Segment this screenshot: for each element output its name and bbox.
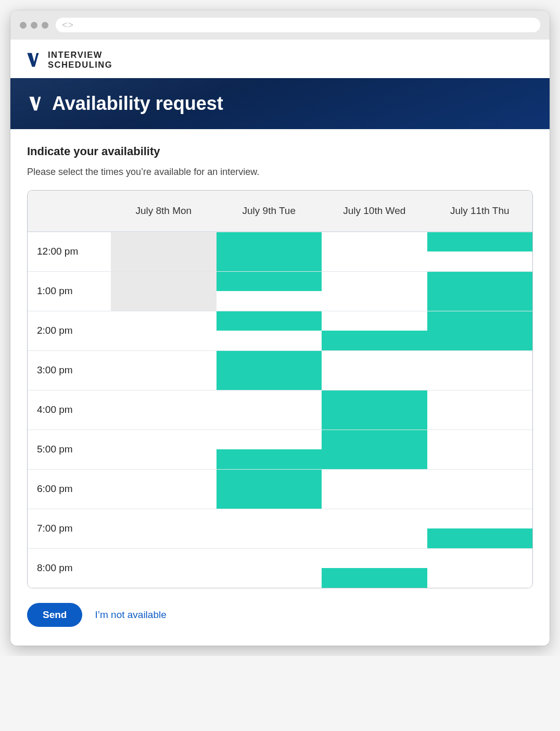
slot-half[interactable] — [217, 331, 322, 350]
slot-half[interactable] — [217, 390, 322, 410]
slot-half[interactable] — [427, 489, 533, 509]
hero-banner: Availability request — [10, 78, 550, 129]
slot-half[interactable] — [217, 311, 322, 331]
slot-half[interactable] — [322, 449, 427, 469]
app-title: INTERVIEW SCHEDULING — [48, 50, 112, 70]
slot-half[interactable] — [427, 509, 533, 529]
slot-half[interactable] — [111, 489, 217, 509]
slot-half[interactable] — [322, 489, 427, 509]
slot-half[interactable] — [322, 509, 427, 529]
slot-cell — [322, 430, 427, 469]
time-label: 4:00 pm — [28, 390, 111, 430]
slot-half[interactable] — [217, 449, 322, 469]
slot-half[interactable] — [322, 390, 427, 410]
slot-half[interactable] — [111, 311, 217, 331]
slot-cell — [427, 350, 533, 390]
slot-half[interactable] — [111, 549, 217, 569]
slot-half[interactable] — [217, 351, 322, 371]
day-header: July 10th Wed — [322, 191, 427, 232]
slot-half[interactable] — [322, 430, 427, 450]
slot-half[interactable] — [427, 549, 533, 569]
slot-half[interactable] — [217, 568, 322, 588]
slot-half[interactable] — [427, 311, 533, 331]
slot-half[interactable] — [322, 549, 427, 569]
slot-half[interactable] — [322, 351, 427, 371]
slot-half[interactable] — [217, 549, 322, 569]
slot-half[interactable] — [111, 430, 217, 450]
slot-half[interactable] — [322, 291, 427, 311]
slot-half[interactable] — [322, 568, 427, 588]
slot-half[interactable] — [322, 331, 427, 350]
slot-half[interactable] — [111, 470, 217, 489]
slot-half[interactable] — [322, 232, 427, 252]
slot-half[interactable] — [427, 291, 533, 311]
slot-half[interactable] — [427, 331, 533, 350]
slot-half[interactable] — [322, 470, 427, 489]
slot-half[interactable] — [217, 509, 322, 529]
slot-half[interactable] — [217, 470, 322, 489]
slot-half[interactable] — [427, 568, 533, 588]
slot-half[interactable] — [111, 449, 217, 469]
slot-half[interactable] — [427, 232, 533, 252]
slot-cell — [217, 509, 322, 548]
time-label: 2:00 pm — [28, 311, 111, 350]
slot-half[interactable] — [427, 430, 533, 450]
slot-cell — [322, 271, 427, 311]
app-title-line: SCHEDULING — [48, 60, 112, 70]
slot-half[interactable] — [217, 370, 322, 390]
action-bar: Send I’m not available — [27, 603, 533, 627]
slot-cell — [217, 350, 322, 390]
slot-half[interactable] — [427, 390, 533, 410]
slot-half[interactable] — [217, 430, 322, 450]
slot-half[interactable] — [322, 528, 427, 548]
time-label: 8:00 pm — [28, 548, 111, 588]
slot-half[interactable] — [217, 528, 322, 548]
slot-half[interactable] — [217, 272, 322, 292]
slot-half[interactable] — [111, 410, 217, 430]
slot-half[interactable] — [427, 410, 533, 430]
slot-half[interactable] — [111, 390, 217, 410]
slot-half[interactable] — [427, 528, 533, 548]
slot-cell — [217, 469, 322, 509]
slot-cell — [427, 430, 533, 469]
slot-half[interactable] — [427, 470, 533, 489]
not-available-link[interactable]: I’m not available — [95, 609, 166, 621]
window-dot[interactable] — [20, 22, 27, 29]
slot-cell — [322, 311, 427, 350]
window-dot[interactable] — [31, 22, 37, 29]
slot-half[interactable] — [111, 370, 217, 390]
slot-half[interactable] — [322, 370, 427, 390]
slot-half[interactable] — [111, 568, 217, 588]
slot-half[interactable] — [111, 351, 217, 371]
day-header: July 11th Thu — [427, 191, 533, 232]
slot-half[interactable] — [111, 331, 217, 350]
slot-half[interactable] — [217, 291, 322, 311]
slot-half[interactable] — [111, 528, 217, 548]
send-button[interactable]: Send — [27, 603, 82, 627]
slot-half[interactable] — [322, 251, 427, 271]
time-label: 7:00 pm — [28, 509, 111, 548]
slot-half[interactable] — [217, 251, 322, 271]
slot-half[interactable] — [111, 509, 217, 529]
slot-half[interactable] — [217, 232, 322, 252]
slot-half[interactable] — [427, 251, 533, 271]
slot-cell — [427, 469, 533, 509]
slot-cell — [427, 271, 533, 311]
slot-cell — [111, 311, 217, 350]
slot-cell — [111, 430, 217, 469]
slot-half[interactable] — [322, 410, 427, 430]
hero-title: Availability request — [52, 93, 223, 115]
browser-frame: < > INTERVIEW SCHEDULING Availability re… — [10, 10, 550, 646]
slot-half[interactable] — [217, 410, 322, 430]
slot-half[interactable] — [322, 311, 427, 331]
slot-half[interactable] — [427, 370, 533, 390]
url-bar[interactable]: < > — [56, 18, 540, 32]
slot-half[interactable] — [322, 272, 427, 292]
slot-half[interactable] — [427, 272, 533, 292]
slot-half[interactable] — [217, 489, 322, 509]
window-dot[interactable] — [42, 22, 48, 29]
slot-half[interactable] — [427, 449, 533, 469]
slot-half[interactable] — [427, 351, 533, 371]
time-label: 3:00 pm — [28, 350, 111, 390]
app-title-line: INTERVIEW — [48, 50, 112, 60]
